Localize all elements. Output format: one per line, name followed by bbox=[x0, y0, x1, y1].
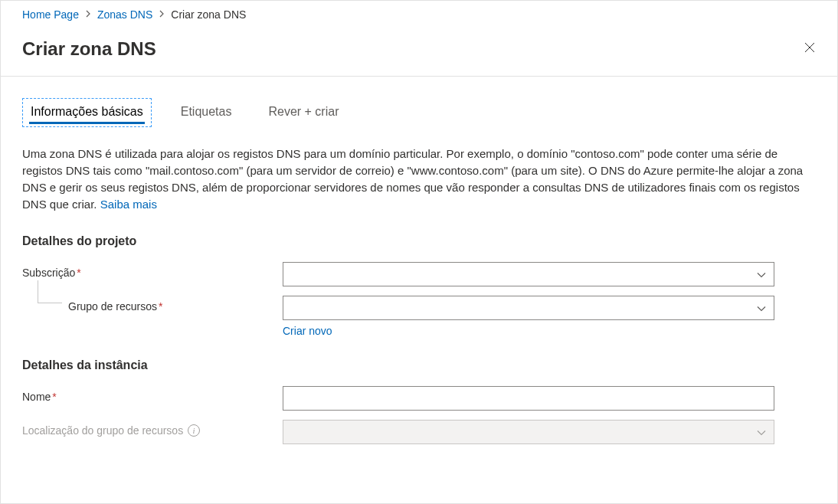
create-new-link[interactable]: Criar novo bbox=[283, 325, 332, 337]
subscription-select[interactable] bbox=[283, 262, 774, 286]
tab-basics[interactable]: Informações básicas bbox=[22, 98, 152, 127]
chevron-down-icon bbox=[757, 268, 766, 280]
resource-group-select[interactable] bbox=[283, 296, 774, 320]
description: Uma zona DNS é utilizada para alojar os … bbox=[22, 146, 816, 213]
project-details-title: Detalhes do projeto bbox=[22, 234, 816, 248]
location-select bbox=[283, 420, 774, 444]
breadcrumb-current: Criar zona DNS bbox=[171, 8, 246, 21]
info-icon[interactable]: i bbox=[188, 424, 200, 437]
name-label: Nome* bbox=[22, 386, 283, 403]
breadcrumb-home[interactable]: Home Page bbox=[22, 8, 79, 21]
tree-line-icon bbox=[38, 280, 62, 303]
subscription-label: Subscrição* bbox=[22, 262, 283, 279]
subscription-row: Subscrição* bbox=[22, 262, 816, 286]
tab-review[interactable]: Rever + criar bbox=[260, 98, 346, 127]
close-icon bbox=[804, 41, 816, 54]
project-details-section: Detalhes do projeto Subscrição* Grupo de… bbox=[22, 234, 816, 337]
title-bar: Criar zona DNS bbox=[1, 29, 837, 76]
breadcrumb: Home Page Zonas DNS Criar zona DNS bbox=[1, 1, 837, 29]
name-input[interactable] bbox=[283, 386, 774, 411]
tabs: Informações básicas Etiquetas Rever + cr… bbox=[22, 98, 816, 127]
chevron-right-icon bbox=[85, 9, 91, 20]
close-button[interactable] bbox=[797, 35, 822, 62]
instance-details-section: Detalhes da instância Nome* Localização … bbox=[22, 358, 816, 444]
breadcrumb-zones[interactable]: Zonas DNS bbox=[97, 8, 152, 21]
chevron-right-icon bbox=[159, 9, 165, 20]
chevron-down-icon bbox=[757, 426, 766, 438]
location-label: Localização do grupo de recursos i bbox=[22, 420, 283, 437]
main-content: Informações básicas Etiquetas Rever + cr… bbox=[1, 77, 837, 487]
instance-details-title: Detalhes da instância bbox=[22, 358, 816, 372]
resource-group-label: Grupo de recursos* bbox=[22, 296, 283, 313]
resource-group-row: Grupo de recursos* Criar novo bbox=[22, 296, 816, 337]
name-row: Nome* bbox=[22, 386, 816, 411]
page-title: Criar zona DNS bbox=[22, 38, 156, 60]
location-row: Localização do grupo de recursos i bbox=[22, 420, 816, 444]
learn-more-link[interactable]: Saiba mais bbox=[100, 198, 157, 211]
tab-tags[interactable]: Etiquetas bbox=[173, 98, 240, 127]
chevron-down-icon bbox=[757, 302, 766, 314]
